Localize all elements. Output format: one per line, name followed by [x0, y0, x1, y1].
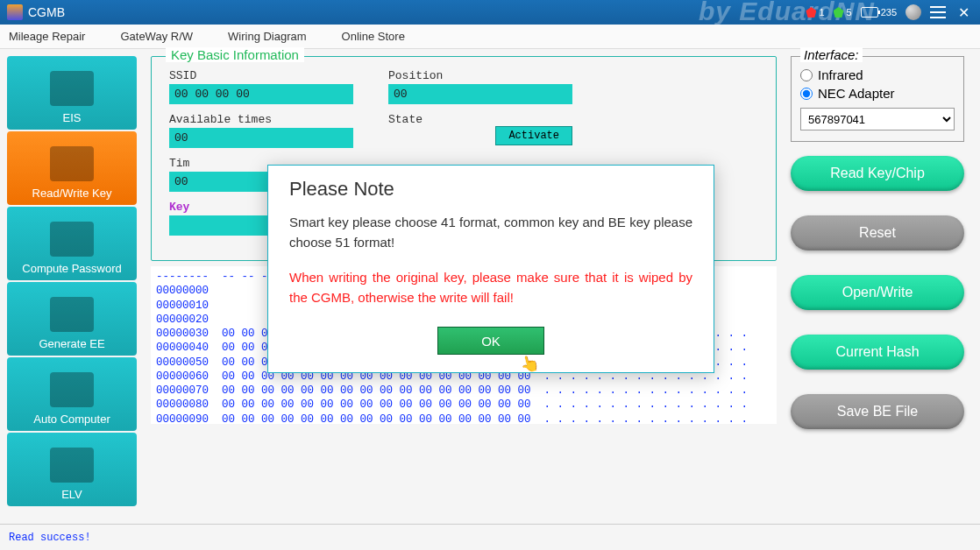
sidebar-item-generate-ee[interactable]: Generate EE	[7, 282, 137, 356]
ssid-input[interactable]	[169, 84, 353, 104]
hamburger-menu-icon[interactable]	[930, 6, 946, 18]
dialog-title: Please Note	[289, 178, 692, 201]
generate-ee-icon	[50, 297, 94, 332]
available-times-label: Available times	[169, 113, 353, 126]
group-legend: Key Basic Information	[166, 47, 304, 62]
dialog-ok-button[interactable]: OK	[437, 327, 544, 355]
sidebar-item-label: ELV	[61, 488, 82, 501]
radio-infrared-label: Infrared	[818, 67, 863, 82]
right-panel: Interface: Infrared NEC Adapter 56789704…	[787, 49, 980, 522]
radio-nec-label: NEC Adapter	[818, 86, 895, 101]
sidebar-item-label: Compute Password	[22, 262, 121, 275]
radio-infrared-input[interactable]	[800, 69, 813, 81]
sidebar-item-label: Read/Write Key	[32, 187, 112, 200]
sidebar-item-label: Auto Computer	[33, 412, 110, 426]
elv-icon	[50, 448, 94, 483]
sidebar: EIS Read/Write Key Compute Password Gene…	[0, 49, 140, 522]
radio-infrared[interactable]: Infrared	[800, 67, 955, 82]
interface-group: Interface: Infrared NEC Adapter 56789704…	[791, 56, 964, 142]
radio-nec-input[interactable]	[800, 88, 813, 100]
app-logo-icon	[7, 4, 23, 20]
save-be-file-button[interactable]: Save BE File	[791, 394, 964, 429]
watermark: by EduardNN	[699, 0, 875, 26]
password-icon	[50, 222, 94, 257]
key-icon	[50, 146, 94, 181]
dialog-text-2: When writing the original key, please ma…	[289, 268, 692, 307]
sidebar-item-label: Generate EE	[39, 337, 104, 350]
status-bar: Read success!	[0, 524, 980, 550]
position-input[interactable]	[388, 84, 572, 104]
open-write-button[interactable]: Open/Write	[791, 275, 964, 310]
interface-legend: Interface:	[800, 47, 863, 62]
sidebar-item-read-write-key[interactable]: Read/Write Key	[7, 131, 137, 205]
sidebar-item-compute-password[interactable]: Compute Password	[7, 207, 137, 280]
position-label: Position	[388, 69, 572, 82]
menu-online-store[interactable]: Online Store	[342, 30, 405, 43]
radio-nec-adapter[interactable]: NEC Adapter	[800, 86, 955, 101]
activate-button[interactable]: Activate	[495, 126, 572, 145]
sidebar-item-auto-computer[interactable]: Auto Computer	[7, 357, 137, 431]
menu-mileage-repair[interactable]: Mileage Repair	[9, 30, 85, 43]
globe-icon[interactable]	[905, 4, 921, 20]
please-note-dialog: Please Note Smart key please choose 41 f…	[267, 165, 714, 373]
interface-combo[interactable]: 567897041	[800, 108, 955, 130]
status-text: Read success!	[9, 532, 91, 544]
menu-gateway-rw[interactable]: GateWay R/W	[120, 30, 193, 43]
battery-icon	[861, 7, 878, 18]
app-title: CGMB	[28, 5, 65, 19]
current-hash-button[interactable]: Current Hash	[791, 335, 964, 370]
state-label: State	[388, 113, 572, 126]
reset-button[interactable]: Reset	[791, 215, 964, 250]
available-times-input[interactable]	[169, 128, 353, 148]
menu-wiring-diagram[interactable]: Wiring Diagram	[228, 30, 307, 43]
battery-value: 235	[881, 7, 897, 18]
eis-icon	[50, 71, 94, 106]
auto-computer-icon	[50, 372, 94, 407]
menubar: Mileage Repair GateWay R/W Wiring Diagra…	[0, 25, 980, 49]
sidebar-item-label: EIS	[63, 111, 82, 124]
battery-indicator: 235	[861, 7, 897, 18]
titlebar: CGMB by EduardNN 1 5 235 ✕	[0, 0, 980, 25]
read-key-chip-button[interactable]: Read Key/Chip	[791, 156, 964, 191]
ssid-label: SSID	[169, 69, 353, 82]
close-icon[interactable]: ✕	[955, 4, 973, 21]
dialog-text-1: Smart key please choose 41 format, commo…	[289, 213, 692, 252]
sidebar-item-eis[interactable]: EIS	[7, 56, 137, 130]
sidebar-item-elv[interactable]: ELV	[7, 433, 137, 506]
